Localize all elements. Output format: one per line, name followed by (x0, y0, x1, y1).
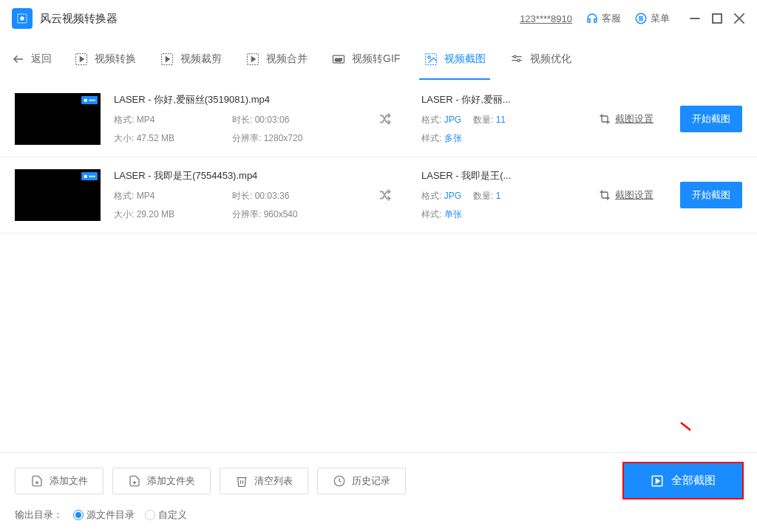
out-format: 格式: JPG (421, 114, 473, 126)
tab-convert[interactable]: 视频转换 (72, 38, 138, 80)
out-count: 数量: 11 (473, 114, 525, 126)
thumb-badge: ■ ▪▪▪ (81, 172, 98, 180)
svg-line-35 (681, 423, 690, 432)
radio-icon (145, 510, 155, 520)
tab-crop[interactable]: 视频裁剪 (158, 38, 223, 80)
footer: 添加文件 添加文件夹 清空列表 历史记录 全部截图 输出目录： 源文件目录 (0, 452, 757, 532)
shuffle-icon[interactable] (364, 111, 408, 127)
navbar: 返回 视频转换 视频裁剪 视频合并 GIF 视频转GIF 视频截图 视频优化 (0, 37, 757, 81)
clock-icon (333, 474, 346, 488)
output-dir-label: 输出目录： (15, 508, 63, 522)
output-info: LASER - 你好,爱丽... 格式: JPG 数量: 11 样式: 多张 (421, 93, 525, 145)
duration-label: 时长: 00:03:36 (232, 190, 350, 202)
start-screenshot-button[interactable]: 开始截图 (680, 182, 742, 208)
app-title: 风云视频转换器 (40, 12, 520, 26)
menu-icon (634, 12, 648, 25)
minimize-button[interactable] (689, 13, 701, 24)
format-label: 格式: MP4 (114, 190, 232, 202)
support-button[interactable]: 客服 (585, 12, 621, 25)
gif-icon: GIF (331, 52, 346, 66)
svg-point-24 (517, 59, 520, 61)
annotation-arrow-icon (677, 419, 690, 432)
file-row: ■ ▪▪▪ LASER - 你好,爱丽丝(3519081).mp4 格式: MP… (0, 81, 757, 157)
add-folder-button[interactable]: 添加文件夹 (112, 468, 211, 494)
svg-marker-16 (251, 57, 255, 62)
window-controls (689, 13, 745, 24)
svg-rect-7 (713, 14, 722, 23)
radio-icon (73, 510, 84, 520)
screenshot-icon (424, 52, 438, 66)
svg-marker-14 (166, 57, 169, 62)
screenshot-settings-link[interactable]: 截图设置 (599, 112, 654, 126)
out-style: 样式: 多张 (421, 132, 473, 145)
play-icon (651, 474, 664, 488)
file-info: LASER - 我即是王(7554453).mp4 格式: MP4 时长: 00… (114, 169, 350, 221)
add-file-button[interactable]: 添加文件 (15, 468, 103, 494)
duration-label: 时长: 00:03:06 (232, 114, 350, 126)
shuffle-icon[interactable] (364, 187, 408, 203)
output-name: LASER - 我即是王(... (421, 169, 525, 183)
back-button[interactable]: 返回 (12, 52, 52, 66)
start-screenshot-button[interactable]: 开始截图 (680, 106, 742, 132)
file-plus-icon (30, 474, 44, 488)
merge-icon (245, 52, 260, 66)
file-info: LASER - 你好,爱丽丝(3519081).mp4 格式: MP4 时长: … (114, 93, 350, 145)
app-logo (12, 8, 33, 29)
output-name: LASER - 你好,爱丽... (421, 93, 525, 106)
thumbnail[interactable]: ■ ▪▪▪ (15, 93, 101, 145)
filename: LASER - 我即是王(7554453).mp4 (114, 169, 350, 183)
out-style: 样式: 单张 (421, 208, 473, 221)
size-label: 大小: 29.20 MB (114, 208, 232, 221)
svg-point-20 (428, 56, 430, 58)
maximize-button[interactable] (711, 13, 723, 24)
svg-text:GIF: GIF (335, 58, 342, 62)
crop-settings-icon (599, 113, 611, 125)
format-label: 格式: MP4 (114, 114, 232, 126)
size-label: 大小: 47.52 MB (114, 132, 232, 145)
optimize-icon (509, 52, 524, 66)
thumb-badge: ■ ▪▪▪ (81, 96, 98, 104)
output-info: LASER - 我即是王(... 格式: JPG 数量: 1 样式: 单张 (421, 169, 525, 221)
tab-gif[interactable]: GIF 视频转GIF (330, 38, 401, 80)
folder-plus-icon (128, 474, 141, 488)
radio-source-dir[interactable]: 源文件目录 (73, 508, 135, 522)
convert-icon (74, 52, 89, 66)
file-list: ■ ▪▪▪ LASER - 你好,爱丽丝(3519081).mp4 格式: MP… (0, 81, 757, 451)
file-row: ■ ▪▪▪ LASER - 我即是王(7554453).mp4 格式: MP4 … (0, 157, 757, 233)
trash-icon (235, 474, 248, 488)
tab-merge[interactable]: 视频合并 (244, 38, 309, 80)
screenshot-settings-link[interactable]: 截图设置 (599, 188, 654, 202)
svg-point-23 (514, 55, 516, 58)
headset-icon (585, 12, 599, 25)
resolution-label: 分辨率: 960x540 (232, 208, 350, 221)
filename: LASER - 你好,爱丽丝(3519081).mp4 (114, 93, 350, 106)
screenshot-all-button[interactable]: 全部截图 (624, 463, 742, 498)
svg-point-1 (21, 17, 24, 20)
history-button[interactable]: 历史记录 (317, 468, 406, 494)
svg-marker-33 (656, 479, 660, 483)
clear-list-button[interactable]: 清空列表 (220, 468, 308, 494)
tab-screenshot[interactable]: 视频截图 (422, 38, 487, 80)
arrow-left-icon (12, 52, 25, 66)
crop-icon (160, 52, 174, 66)
thumbnail[interactable]: ■ ▪▪▪ (15, 169, 101, 221)
tab-optimize[interactable]: 视频优化 (508, 38, 573, 80)
titlebar: 风云视频转换器 123****8910 客服 菜单 (0, 0, 757, 37)
radio-custom-dir[interactable]: 自定义 (145, 508, 187, 522)
svg-marker-12 (80, 57, 84, 62)
out-format: 格式: JPG (421, 190, 473, 202)
resolution-label: 分辨率: 1280x720 (232, 132, 350, 145)
user-id[interactable]: 123****8910 (520, 13, 572, 24)
close-button[interactable] (733, 13, 745, 24)
menu-button[interactable]: 菜单 (634, 12, 670, 25)
crop-settings-icon (599, 189, 611, 201)
out-count: 数量: 1 (473, 190, 525, 202)
